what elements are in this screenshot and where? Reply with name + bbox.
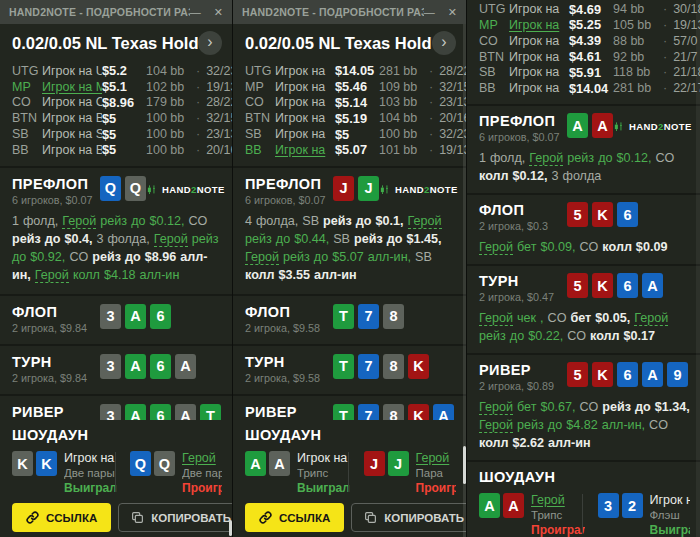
section-flop: ФЛОП 2 игрока, $9.58 T78 [233,296,466,346]
player-vpip-pfr: 57/0 [673,34,697,48]
hero-link[interactable]: Герой [529,151,563,166]
street-title: ФЛОП [479,202,567,218]
player-position: UTG [245,64,275,78]
showdown-player-name[interactable]: Герой [182,451,222,466]
hole-card: Q [154,451,175,476]
stat-separator-icon: · [196,80,200,94]
player-row: UTG Игрок на $14.05 281 bb · 28/22 [245,63,456,79]
player-bb: 102 bb [146,80,196,94]
stat-separator-icon: · [429,95,433,109]
action-segment: CO [579,240,602,254]
copy-button[interactable]: КОПИРОВАТЬ [351,503,466,532]
showdown-hand-info: Герой Трипс Проиграл $4 [531,493,585,537]
board-card: K [408,404,429,420]
player-bb: 100 bb [146,111,196,125]
board-card: 6 [617,273,638,298]
hero-link[interactable]: Герой [245,250,279,265]
showdown-title: ШОУДАУН [479,469,690,485]
link-button[interactable]: ССЫЛКА [245,503,344,532]
window-titlebar: HAND2NOTE - ПОДРОБНОСТИ РАЗДАЧИ — ✕ [0,0,232,24]
hero-link[interactable]: Герой [408,214,442,229]
player-name: Игрок на U [42,64,102,78]
board-card: 7 [358,304,379,329]
street-header: ТУРН 2 игрока, $9.58 T78K [245,354,456,384]
showdown-hands: KK Игрок на C Две пары Выиграл $4 QQ Гер… [12,451,222,495]
stat-separator-icon: · [429,80,433,94]
hand-summary: 6 игроков, 15 мая 2021 16:16:51, PokerSt… [467,0,700,462]
player-stack: $5.19 [335,111,379,126]
cards-row: 3A6A [100,354,196,379]
players-table: UTG Игрок на $4.69 94 bb · 30/18 MP Игро… [467,0,700,106]
hand2note-logo-icon [146,183,158,196]
close-icon[interactable]: ✕ [214,7,223,18]
player-stack: $4.39 [569,33,613,48]
window-titlebar: HAND2NOTE - ПОДРОБНОСТИ РАЗДАЧИ — ✕ [233,0,466,24]
copy-button-label: КОПИРОВАТЬ [151,512,231,524]
player-row: CO Игрок на $4.39 88 bb · 57/0 [479,33,690,49]
hole-card: J [364,451,385,476]
stat-separator-icon: · [663,65,667,79]
action-text: 1 фолд, Герой рейз до $0.12, CO колл $0.… [479,149,690,185]
expand-button[interactable]: › [432,31,456,55]
hero-link[interactable]: Герой [634,311,668,326]
action-segment: колл $0.09 [602,240,667,254]
showdown-hand-info: Игрок на C Флэш Выиграл $4 [650,493,691,537]
hero-link[interactable]: Герой [35,268,69,283]
street-titles: ТУРН 2 игрока, $0.47 [479,273,567,303]
player-stack: $4.61 [569,49,613,64]
player-name[interactable]: Игрок на [509,18,569,32]
scrollbar-thumb[interactable] [463,446,466,484]
board-card: A [175,354,196,379]
hero-link[interactable]: Герой [479,240,513,255]
player-name: Игрок на [275,64,335,78]
expand-button[interactable]: › [198,31,222,55]
copy-button[interactable]: КОПИРОВАТЬ [118,503,232,532]
showdown-hand-info: Герой Пара Проиграл $ [416,451,457,495]
scrollbar-thumb[interactable] [229,520,232,536]
cards-row: T78K [333,354,429,379]
player-name[interactable]: Игрок на [275,143,335,157]
hero-link[interactable]: Герой [479,311,513,326]
player-stack: $5.46 [335,79,379,94]
player-name: Игрок на [275,127,335,141]
action-segment: CO [189,214,208,228]
board-card: A [125,354,146,379]
showdown-player-name: Игрок на C [650,493,691,508]
hero-link[interactable]: Герой [62,214,96,229]
hole-card: K [36,451,57,476]
player-stack: $5.1 [102,79,146,94]
showdown-player-name[interactable]: Герой [531,493,585,508]
hero-link[interactable]: Герой [479,418,513,433]
hand-combo: Две пары [64,467,117,479]
hole-card: J [333,176,354,201]
chevron-right-icon: › [441,33,446,51]
street-titles: ФЛОП 2 игрока, $9.58 [245,304,333,334]
board-card: 8 [383,404,404,420]
player-position: MP [245,80,275,94]
board-card: 6 [150,404,171,420]
close-icon[interactable]: ✕ [448,7,457,18]
board-card: 7 [358,354,379,379]
actions-bar: ССЫЛКА КОПИРОВАТЬ [0,495,232,537]
action-segment: бет $0.05, [571,311,635,325]
hole-card: A [503,493,524,518]
chevron-right-icon: › [207,33,212,51]
player-name: Игрок на [275,95,335,109]
cards-row: AA [567,113,613,138]
link-button[interactable]: ССЫЛКА [12,503,111,532]
player-name[interactable]: Игрок на M [42,80,102,94]
showdown-player-name[interactable]: Герой [416,451,457,466]
hero-link[interactable]: Герой [154,232,188,247]
minimize-icon[interactable]: — [424,7,435,18]
street-title: ТУРН [245,354,333,370]
minimize-icon[interactable]: — [190,7,201,18]
scrollbar-track[interactable] [696,0,700,537]
action-text: Герой бет $0.09, CO колл $0.09 [479,238,690,256]
player-row: SB Игрок на $5.91 118 bb · 21/18 [479,64,690,80]
player-vpip-pfr: 20/16 [206,143,232,157]
stat-separator-icon: · [196,111,200,125]
action-segment: бет $0.09, [513,240,579,254]
hero-link[interactable]: Герой [479,400,513,415]
hand-combo: Две пары [182,467,222,479]
player-position: CO [12,95,42,109]
